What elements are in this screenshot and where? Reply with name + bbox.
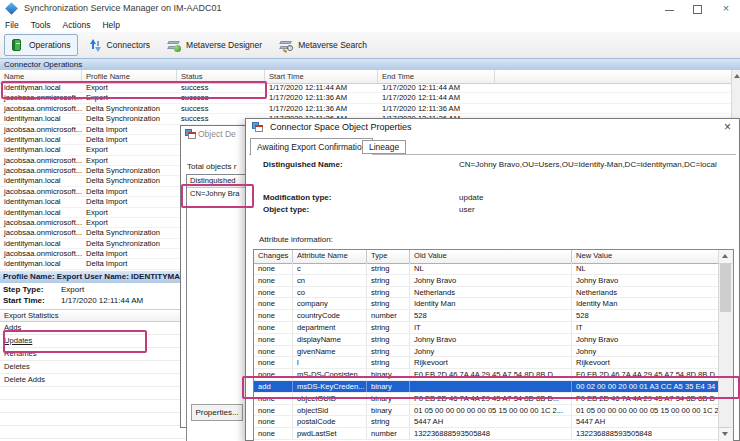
column-attribute-name[interactable]: Attribute Name: [293, 250, 367, 263]
attr-changes: none: [254, 357, 293, 368]
dialog-icon: [185, 129, 196, 139]
scroll-up-icon[interactable]: [734, 74, 740, 78]
metaverse-search-icon: [280, 39, 293, 52]
metaverse-designer-button[interactable]: Metaverse Designer: [161, 34, 269, 56]
column-name[interactable]: Name: [0, 70, 82, 83]
tab-lineage[interactable]: Lineage: [362, 140, 406, 154]
table-row[interactable]: none mS-DS-Consisten... binary F0 EB 2D …: [254, 369, 719, 381]
attr-old-value: 5447 AH: [410, 416, 572, 427]
table-row[interactable]: jacobsaa.onmicrosoft.... Delta Synchroni…: [0, 104, 732, 114]
stat-label: [0, 426, 205, 438]
table-row[interactable]: none objectSid binary 01 05 00 00 00 00 …: [254, 405, 719, 417]
attr-changes: none: [254, 322, 293, 333]
attr-name: mS-DS-Consisten...: [293, 369, 367, 380]
step-type-value: Export: [61, 285, 84, 294]
op-status: success: [177, 83, 265, 92]
attribute-table-scrollbar[interactable]: [718, 250, 733, 441]
attr-changes: none: [254, 275, 293, 286]
operations-icon: [11, 39, 24, 52]
column-old-value[interactable]: Old Value: [410, 250, 572, 263]
close-button[interactable]: ×: [718, 2, 734, 15]
table-row[interactable]: none countryCode number 528 528: [254, 310, 719, 322]
metaverse-designer-icon: [168, 39, 181, 52]
op-name: jacobsaa.onmicrosoft....: [0, 125, 82, 134]
properties-button[interactable]: Properties...: [191, 404, 243, 421]
stat-label: Adds: [0, 322, 205, 334]
op-start-time: 1/17/2020 12:11:44 AM: [265, 83, 378, 92]
attr-type: binary: [367, 405, 410, 416]
table-row[interactable]: none givenName string Johny Johny: [254, 346, 719, 358]
attr-changes: none: [254, 263, 293, 274]
table-row[interactable]: none pwdLastSet number 13223688859350584…: [254, 428, 719, 440]
cs-dialog-title: Connector Space Object Properties: [270, 122, 412, 132]
column-profile-name[interactable]: Profile Name: [82, 70, 177, 83]
table-row[interactable]: none cn string Johny Bravo Johny Bravo: [254, 275, 719, 287]
op-profile: Delta Synchronization: [82, 228, 177, 237]
attr-old-value: Johny Bravo: [410, 275, 572, 286]
column-changes[interactable]: Changes: [254, 250, 293, 263]
cs-dialog-titlebar[interactable]: Connector Space Object Properties ×: [246, 119, 739, 135]
attr-name: postalCode: [293, 416, 367, 427]
attr-old-value: Johny: [410, 346, 572, 357]
op-profile: Delta Import: [82, 125, 177, 134]
table-row[interactable]: none co string Netherlands Netherlands: [254, 287, 719, 299]
close-icon[interactable]: ×: [724, 121, 731, 134]
column-type[interactable]: Type: [367, 250, 410, 263]
column-start-time[interactable]: Start Time: [265, 70, 378, 83]
attribute-table: Changes Attribute Name Type Old Value Ne…: [253, 249, 734, 441]
stat-label: [0, 413, 205, 425]
op-name: identityman.local: [0, 83, 82, 92]
minimize-button[interactable]: [662, 2, 678, 15]
column-empty: [495, 70, 732, 83]
menu-help[interactable]: Help: [97, 18, 126, 32]
metaverse-search-button[interactable]: Metaverse Search: [273, 34, 374, 56]
scroll-up-icon[interactable]: [719, 250, 732, 264]
column-status[interactable]: Status: [177, 70, 265, 83]
table-row[interactable]: none l string Rijkevoort Rijkevoort: [254, 357, 719, 369]
column-new-value[interactable]: New Value: [572, 250, 719, 263]
column-end-time[interactable]: End Time: [378, 70, 495, 83]
op-name: jacobsaa.onmicrosoft....: [0, 166, 82, 175]
stat-label: Deletes: [0, 361, 205, 373]
attr-type: string: [367, 263, 410, 274]
scrollbar-thumb[interactable]: [720, 264, 731, 312]
attr-type: binary: [367, 381, 410, 392]
menu-file[interactable]: File: [0, 18, 26, 32]
attr-changes: none: [254, 405, 293, 416]
op-profile: Delta Synchronization: [82, 239, 177, 248]
op-name: identityman.local: [0, 259, 82, 268]
op-profile: Delta Synchronization: [82, 114, 177, 123]
table-row[interactable]: identityman.local Export success 1/17/20…: [0, 83, 732, 93]
attr-name: objectSid: [293, 405, 367, 416]
object-details-title: Object De: [198, 129, 236, 139]
menu-tools[interactable]: Tools: [26, 18, 58, 32]
attr-new-value: 528: [572, 310, 719, 321]
maximize-button[interactable]: [690, 2, 706, 15]
menu-actions[interactable]: Actions: [58, 18, 98, 32]
attr-name: c: [293, 263, 367, 274]
attr-new-value: Johny Bravo: [572, 275, 719, 286]
table-row[interactable]: jacobsaa.onmicrosoft.... Export success …: [0, 93, 732, 103]
attr-new-value: Johny Bravo: [572, 334, 719, 345]
table-row[interactable]: none objectGUID binary F0 EB 2D 46 7A 4A…: [254, 393, 719, 405]
table-row[interactable]: none displayName string Johny Bravo John…: [254, 334, 719, 346]
table-row[interactable]: add msDS-KeyCreden... binary 00 02 00 00…: [254, 381, 719, 393]
step-type-line: Step Type: Export: [3, 285, 43, 294]
op-name: jacobsaa.onmicrosoft....: [0, 156, 82, 165]
scroll-down-icon[interactable]: [719, 427, 732, 441]
table-row[interactable]: none department string IT IT: [254, 322, 719, 334]
connectors-button[interactable]: Connectors: [82, 34, 157, 56]
op-end-time: 1/17/2020 12:11:36 AM: [378, 104, 495, 113]
attr-type: string: [367, 346, 410, 357]
table-row[interactable]: none company string Identity Man Identit…: [254, 298, 719, 310]
op-status: success: [177, 93, 265, 102]
table-row[interactable]: none postalCode string 5447 AH 5447 AH: [254, 416, 719, 428]
op-end-time: 1/17/2020 12:11:44 AM: [378, 83, 495, 92]
table-row[interactable]: none c string NL NL: [254, 263, 719, 275]
attr-new-value: F0 EB 2D 46 7A 4A 29 45 A7 54 8D 8B D: [572, 393, 719, 404]
op-profile: Delta Synchronization: [82, 104, 177, 113]
tab-awaiting-export-confirmation[interactable]: Awaiting Export Confirmation: [250, 138, 373, 155]
window-title: Synchronization Service Manager on IM-AA…: [24, 3, 222, 13]
op-start-time: 1/17/2020 12:11:36 AM: [265, 93, 378, 102]
operations-button[interactable]: Operations: [4, 34, 78, 56]
